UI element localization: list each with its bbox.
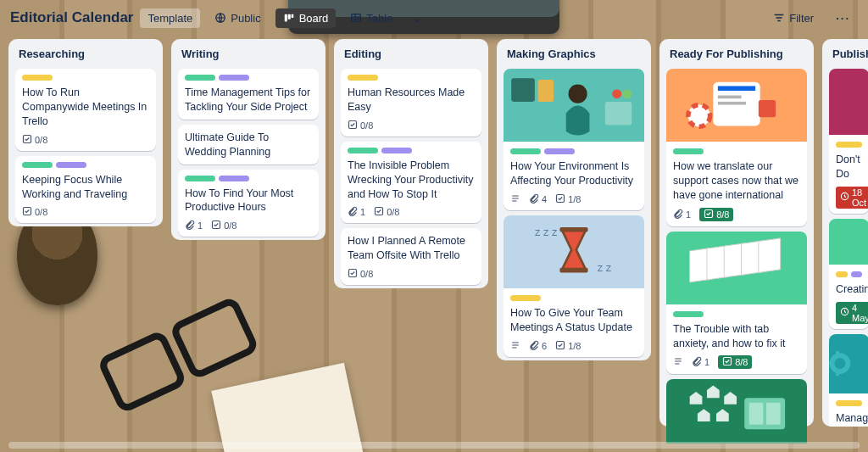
svg-rect-4 [352,14,361,22]
checklist-badge: 1/8 [555,340,581,352]
attachments-badge: 1 [673,209,691,220]
svg-rect-20 [559,227,587,232]
visibility-button[interactable]: Public [207,8,268,28]
clock-icon [840,192,849,203]
card-labels [348,148,475,153]
label-yellow[interactable] [836,400,862,406]
card-labels [836,271,862,277]
attachments-badge: 1 [185,220,203,232]
label-green[interactable] [348,148,378,153]
label-green[interactable] [673,148,704,154]
label-purple[interactable] [219,176,249,181]
svg-point-13 [569,84,587,103]
card[interactable]: Managing 10 Feb [829,334,868,427]
card-badges: 10/8 [348,206,475,218]
label-green[interactable] [673,311,704,317]
label-yellow[interactable] [22,75,53,81]
card[interactable]: How we translate our support cases now t… [666,69,807,226]
checklist-icon [348,268,358,280]
list-title[interactable]: Making Graphics [504,46,644,64]
label-green[interactable] [185,176,215,181]
card-badges: 0/8 [22,206,149,218]
label-yellow[interactable] [836,271,848,277]
svg-rect-38 [766,403,781,425]
card-title: Human Resources Made Easy [348,86,475,114]
label-green[interactable] [22,162,53,168]
checklist-icon [348,120,358,131]
card[interactable]: The Trouble with tab anxiety, and how to… [666,232,807,375]
card[interactable]: Human Resources Made Easy0/8 [341,69,481,137]
card[interactable]: z z zz zHow To Give Your Team Meetings A… [504,215,644,357]
list-title[interactable]: Editing [341,46,481,64]
checklist-badge: 8/8 [699,208,733,221]
card[interactable]: Don't Do 18 Oct [829,69,868,214]
label-purple[interactable] [851,271,863,277]
card-title: Managing [836,411,862,426]
card[interactable]: How I Planned A Remote Team Offsite With… [341,228,481,285]
checklist-icon [22,206,32,218]
label-purple[interactable] [219,75,249,81]
card-labels [510,148,637,154]
card-labels [185,75,312,81]
due-date-badge: 4 May [836,302,868,324]
svg-rect-21 [559,268,587,273]
board-canvas[interactable]: ResearchingHow To Run Companywide Meetin… [0,36,868,444]
svg-rect-44 [829,362,834,366]
label-green[interactable] [185,75,215,81]
list-title[interactable]: Ready For Publishing [666,46,807,64]
view-table-button[interactable]: Table [342,8,400,28]
card[interactable]: How To Get To Inbox Zero [666,379,807,444]
label-purple[interactable] [544,148,575,154]
svg-rect-12 [538,80,554,102]
svg-rect-2 [287,14,290,20]
board-title[interactable]: Editorial Calendar [10,9,133,26]
svg-point-15 [612,89,621,98]
svg-rect-37 [749,403,764,425]
list: EditingHuman Resources Made Easy0/8The I… [334,39,488,288]
svg-rect-42 [836,351,839,356]
card-badges: 0/8 [22,134,149,146]
card[interactable]: Keeping Focus While Working and Travelin… [15,156,156,224]
template-badge[interactable]: Template [140,8,200,28]
list: WritingTime Management Tips for Tackling… [171,39,326,240]
label-purple[interactable] [381,148,412,153]
card-labels [348,75,475,81]
filter-button[interactable]: Filter [765,8,821,28]
card[interactable]: How To Find Your Most Productive Hours10… [178,170,319,237]
label-green[interactable] [510,148,541,154]
attachments-badge: 1 [348,206,365,218]
label-yellow[interactable] [510,295,541,301]
checklist-badge: 8/8 [718,355,752,369]
card[interactable]: How To Run Companywide Meetings In Trell… [15,69,156,151]
label-yellow[interactable] [348,75,378,81]
checklist-icon [374,206,384,218]
card[interactable]: The Invisible Problem Wrecking Your Prod… [341,142,481,224]
card[interactable]: Creating 4 May [829,219,868,329]
view-switcher-dropdown[interactable]: ⌄ [407,8,426,28]
card-badges: 61/8 [510,340,637,352]
card-badges: 18/8 [673,355,800,369]
list-title[interactable]: Published [829,46,868,64]
checklist-icon [555,340,565,352]
card[interactable]: Ultimate Guide To Wedding Planning [178,125,319,165]
card[interactable]: Time Management Tips for Tackling Your S… [178,69,319,120]
svg-rect-1 [284,14,287,22]
card-title: Ultimate Guide To Wedding Planning [185,131,312,159]
view-board-button[interactable]: Board [275,8,337,28]
horizontal-scrollbar[interactable] [8,442,860,449]
card[interactable]: How Your Environment Is Affecting Your P… [504,69,644,210]
label-yellow[interactable] [836,142,862,148]
list-title[interactable]: Writing [178,46,319,64]
label-purple[interactable] [56,162,86,168]
svg-point-41 [832,355,849,371]
checklist-icon [722,356,732,368]
card-labels [836,142,862,148]
list-title[interactable]: Researching [15,46,156,64]
svg-rect-25 [718,95,742,98]
svg-rect-11 [511,78,535,102]
attachment-icon [692,356,702,368]
card-title: How To Find Your Most Productive Hours [185,187,312,215]
visibility-label: Public [231,12,260,25]
board-menu-button[interactable]: ··· [828,8,858,28]
svg-rect-43 [836,371,839,376]
